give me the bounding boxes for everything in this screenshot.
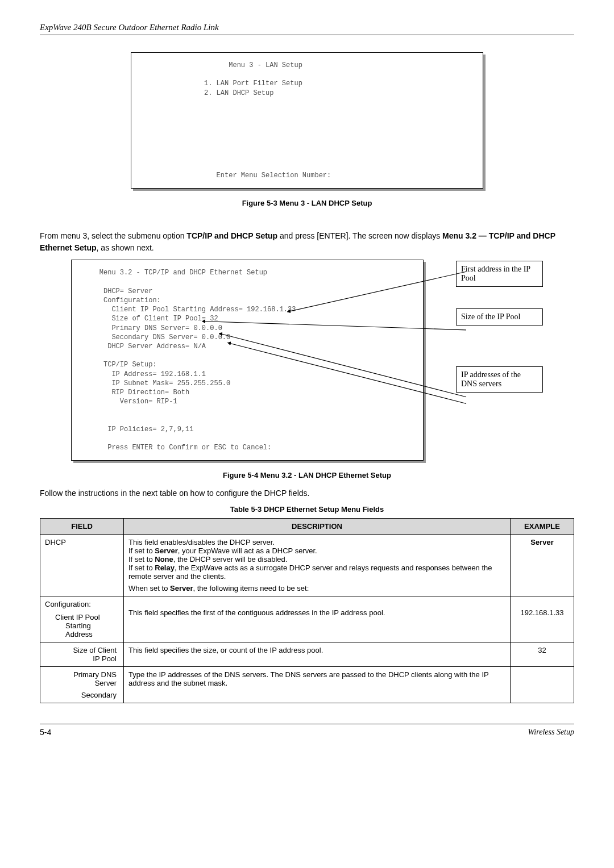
page-header: ExpWave 240B Secure Outdoor Ethernet Rad…: [40, 23, 574, 35]
text: From menu 3, select the submenu option: [40, 231, 186, 240]
cell-description: This field specifies the first of the co…: [124, 596, 511, 642]
terminal-menu32-wrap: Menu 3.2 - TCP/IP and DHCP Ethernet Setu…: [71, 260, 543, 461]
terminal-menu32-content: Menu 3.2 - TCP/IP and DHCP Ethernet Setu…: [71, 260, 424, 461]
text: , as shown next.: [97, 243, 154, 252]
footer-section-title: Wireless Setup: [528, 728, 574, 737]
page-footer: 5-4 Wireless Setup: [40, 724, 574, 737]
text: If set to: [128, 564, 155, 572]
cell-description: Type the IP addresses of the DNS servers…: [124, 667, 511, 703]
text: , the DHCP server will be disabled.: [173, 555, 288, 564]
th-example: EXAMPLE: [511, 519, 574, 535]
text-bold: TCP/IP and DHCP Setup: [186, 231, 277, 240]
cell-example: 192.168.1.33: [511, 596, 574, 642]
text: , the following items need to be set:: [193, 584, 309, 592]
table-row: Configuration: Client IP Pool Starting A…: [40, 596, 574, 642]
text-bold: None: [155, 555, 173, 564]
text-bold: Relay: [155, 564, 175, 572]
text: Size of Client: [73, 646, 117, 654]
text: Server: [95, 679, 117, 687]
cell-field: Size of Client IP Pool: [40, 642, 124, 667]
callout-pool-size: Size of the IP Pool: [456, 308, 543, 326]
th-description: DESCRIPTION: [124, 519, 511, 535]
terminal-menu3-content: Menu 3 - LAN Setup 1. LAN Port Filter Se…: [131, 52, 483, 189]
paragraph-1: From menu 3, select the submenu option T…: [40, 230, 574, 254]
text: Starting: [55, 621, 91, 630]
footer-page-number: 5-4: [40, 728, 51, 737]
text: Primary DNS: [73, 670, 117, 679]
figure-5-4-caption: Figure 5-4 Menu 3.2 - LAN DHCP Ethernet …: [40, 471, 574, 479]
text: Address: [55, 630, 93, 639]
cell-description: This field enables/disables the DHCP ser…: [124, 535, 511, 596]
text: If set to: [128, 546, 155, 555]
text: and press [ENTER]. The screen now displa…: [277, 231, 442, 240]
cell-field: Configuration: Client IP Pool Starting A…: [40, 596, 124, 642]
text: If set to: [128, 555, 155, 564]
callout-dns-addresses: IP addresses of the DNS servers: [456, 366, 543, 393]
table-row: Size of Client IP Pool This field specif…: [40, 642, 574, 667]
text-bold: Server: [170, 584, 193, 592]
text: This field enables/disables the DHCP ser…: [128, 538, 275, 546]
th-field: FIELD: [40, 519, 124, 535]
dhcp-fields-table: FIELD DESCRIPTION EXAMPLE DHCP This fiel…: [40, 518, 574, 703]
cell-field: Primary DNS Server Secondary: [40, 667, 124, 703]
table-row: DHCP This field enables/disables the DHC…: [40, 535, 574, 596]
callout-first-address: First address in the IP Pool: [456, 261, 543, 287]
text: This field specifies the first of the co…: [128, 608, 385, 617]
cell-example: Server: [511, 535, 574, 596]
text-bold: Server: [155, 546, 177, 555]
cell-example: [511, 667, 574, 703]
text: , the ExpWave acts as a surrogate DHCP s…: [128, 564, 492, 581]
table-row: Primary DNS Server Secondary Type the IP…: [40, 667, 574, 703]
text: Client IP Pool Starting Address: [45, 613, 119, 639]
table-header-row: FIELD DESCRIPTION EXAMPLE: [40, 519, 574, 535]
cell-example: 32: [511, 642, 574, 667]
table-5-3-caption: Table 5-3 DHCP Ethernet Setup Menu Field…: [40, 505, 574, 514]
text: Configuration:: [45, 600, 91, 608]
text: Secondary: [81, 691, 117, 699]
cell-field: DHCP: [40, 535, 124, 596]
paragraph-2: Follow the instructions in the next tabl…: [40, 487, 574, 499]
terminal-menu3: Menu 3 - LAN Setup 1. LAN Port Filter Se…: [131, 52, 483, 189]
text: IP Pool: [93, 654, 117, 663]
cell-description: This field specifies the size, or count …: [124, 642, 511, 667]
text: Client IP Pool: [55, 613, 100, 621]
text: When set to: [128, 584, 170, 592]
text: , your ExpWave will act as a DHCP server…: [178, 546, 317, 555]
figure-5-3-caption: Figure 5-3 Menu 3 - LAN DHCP Setup: [40, 199, 574, 207]
text: 192.168.1.33: [521, 608, 564, 617]
text-bold: Server: [530, 538, 553, 546]
